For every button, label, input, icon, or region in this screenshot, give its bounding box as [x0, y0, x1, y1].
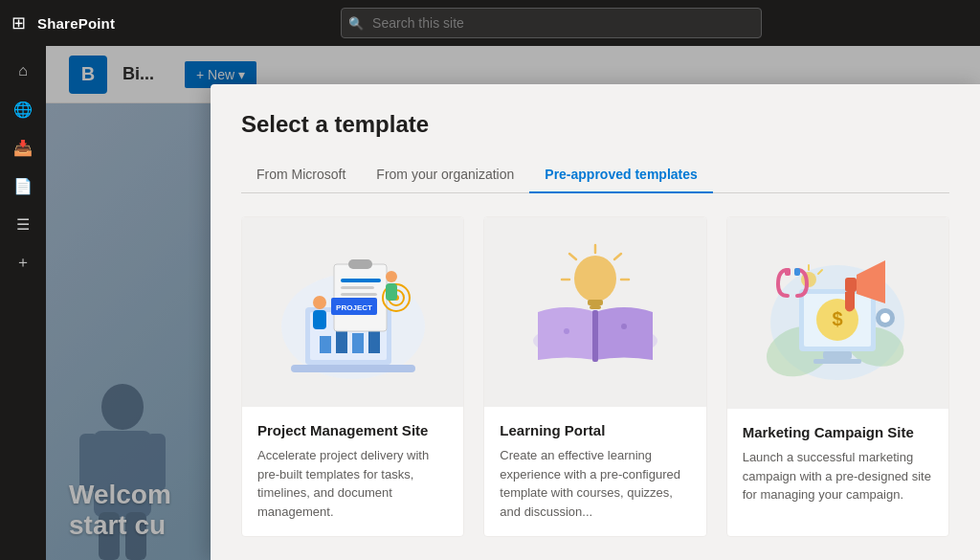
card-project-management-title: Project Management Site: [257, 422, 448, 438]
svg-rect-18: [341, 293, 377, 296]
sidebar: ⌂ 🌐 📥 📄 ☰ ＋: [0, 46, 46, 560]
tab-bar: From Microsoft From your organization Pr…: [241, 157, 949, 193]
svg-line-34: [569, 254, 576, 259]
svg-rect-10: [320, 336, 331, 353]
card-learning-portal-body: Learning Portal Create an effective lear…: [484, 407, 705, 536]
brand-name: SharePoint: [37, 15, 115, 32]
card-marketing-campaign-title: Marketing Campaign Site: [743, 424, 933, 440]
search-bar: 🔍: [341, 8, 762, 38]
card-learning-portal-title: Learning Portal: [500, 422, 690, 438]
sidebar-home-icon[interactable]: ⌂: [6, 54, 40, 88]
svg-rect-49: [845, 278, 857, 292]
card-project-management-desc: Accelerate project delivery with pre-bui…: [257, 446, 448, 521]
svg-rect-36: [588, 300, 603, 305]
svg-rect-29: [592, 310, 598, 362]
select-template-modal: Select a template From Microsoft From yo…: [211, 84, 980, 560]
svg-rect-9: [291, 365, 415, 372]
search-icon: 🔍: [348, 16, 364, 31]
svg-point-30: [574, 256, 616, 302]
card-learning-portal-desc: Create an effective learning experience …: [500, 446, 690, 521]
svg-rect-11: [336, 329, 347, 353]
marketing-campaign-illustration: $: [761, 236, 914, 390]
sidebar-add-icon[interactable]: ＋: [6, 245, 40, 280]
sidebar-inbox-icon[interactable]: 📥: [6, 130, 40, 165]
svg-rect-15: [348, 259, 372, 269]
svg-point-39: [621, 324, 627, 329]
card-marketing-campaign-image: $: [727, 217, 948, 409]
card-marketing-campaign[interactable]: $: [726, 216, 949, 537]
card-project-management[interactable]: PROJECT Project Management Site Accelera…: [241, 216, 464, 537]
tab-pre-approved[interactable]: Pre-approved templates: [529, 157, 713, 193]
project-management-illustration: PROJECT: [272, 231, 434, 393]
card-learning-portal[interactable]: Learning Portal Create an effective lear…: [483, 216, 706, 537]
svg-rect-12: [352, 333, 364, 353]
main-area: ⌂ 🌐 📥 📄 ☰ ＋ B Bi... + New ▾: [0, 46, 980, 560]
learning-portal-illustration: [519, 235, 672, 389]
modal-title: Select a template: [241, 111, 949, 138]
tab-from-microsoft[interactable]: From Microsoft: [241, 157, 361, 193]
svg-text:$: $: [833, 308, 843, 329]
svg-rect-45: [823, 351, 852, 359]
svg-point-51: [880, 313, 890, 323]
svg-rect-56: [785, 268, 791, 276]
card-project-management-body: Project Management Site Accelerate proje…: [242, 407, 463, 536]
card-project-management-image: PROJECT: [242, 217, 463, 407]
svg-rect-57: [794, 268, 800, 276]
svg-point-38: [564, 328, 569, 334]
card-marketing-campaign-body: Marketing Campaign Site Launch a success…: [727, 409, 948, 536]
sidebar-list-icon[interactable]: ☰: [6, 207, 40, 241]
svg-rect-25: [386, 283, 397, 301]
card-learning-portal-image: [484, 217, 705, 407]
card-marketing-campaign-desc: Launch a successful marketing campaign w…: [743, 448, 933, 504]
cards-area: PROJECT Project Management Site Accelera…: [211, 193, 980, 560]
svg-rect-37: [590, 305, 601, 309]
svg-point-22: [313, 296, 326, 309]
tab-from-org[interactable]: From your organization: [361, 157, 529, 193]
svg-line-32: [614, 254, 621, 259]
svg-rect-23: [313, 310, 326, 329]
top-nav: ⊞ SharePoint 🔍: [0, 0, 980, 46]
svg-rect-16: [341, 279, 381, 282]
sidebar-globe-icon[interactable]: 🌐: [6, 92, 40, 126]
svg-text:PROJECT: PROJECT: [336, 303, 372, 312]
svg-rect-17: [341, 286, 374, 289]
app-launcher-icon[interactable]: ⊞: [11, 12, 26, 34]
sidebar-document-icon[interactable]: 📄: [6, 168, 40, 203]
svg-point-24: [386, 271, 397, 282]
modal-header: Select a template From Microsoft From yo…: [211, 84, 980, 193]
svg-rect-46: [813, 359, 861, 364]
page-content: B Bi... + New ▾ Welcom start cu: [46, 46, 980, 560]
search-input[interactable]: [341, 8, 762, 38]
